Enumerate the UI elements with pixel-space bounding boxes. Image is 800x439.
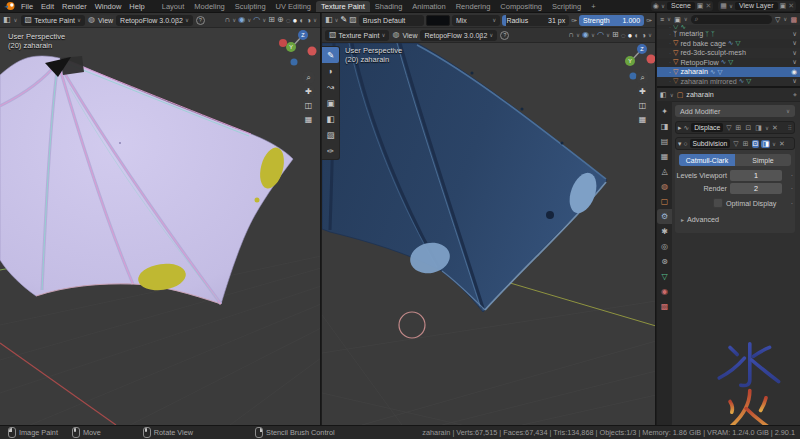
new-collection-icon[interactable]: ▣ (674, 16, 681, 23)
tab-scene[interactable]: ◬ (657, 164, 672, 179)
workspace-tab-sculpting[interactable]: Sculpting (230, 1, 271, 12)
eye-open-icon[interactable]: ◉ (791, 68, 797, 76)
brush-icon[interactable]: ✎ (341, 16, 348, 24)
retopoflow-help-icon[interactable]: ? (196, 16, 205, 25)
close-icon[interactable]: ✕ (771, 124, 779, 132)
pan-hand-icon[interactable]: ✚ (302, 85, 315, 98)
axis-x-ball[interactable] (279, 39, 287, 47)
tool-draw[interactable]: ✎ (322, 47, 339, 63)
tab-world[interactable]: ◍ (657, 179, 672, 194)
modifier-displace-header[interactable]: ▸ ∿ Displace ▽ ⊞ ⊡ ◨ ∨ ✕ ⠿ (675, 121, 795, 134)
shading-rendered-icon[interactable]: ◑ (641, 31, 646, 40)
shading-material-icon[interactable]: ◐ (299, 16, 304, 25)
add-workspace-button[interactable]: + (586, 1, 600, 12)
tab-particles[interactable]: ✱ (657, 224, 672, 239)
editor-type-icon[interactable]: ◧ (3, 16, 11, 24)
left-viewport-scene[interactable] (0, 28, 321, 425)
shading-solid-icon[interactable]: ● (292, 16, 297, 25)
proportional-edit-icon[interactable]: ◉ (582, 31, 589, 39)
paint-slot-sphere-icon[interactable]: ◍ (392, 31, 399, 39)
perspective-toggle-icon[interactable]: ▦ (636, 113, 649, 126)
axis-z-neg-ball[interactable] (291, 59, 298, 66)
view-menu[interactable]: View (98, 17, 113, 24)
workspace-tab-compositing[interactable]: Compositing (495, 1, 547, 12)
realtime-toggle-icon[interactable]: ⊞ (742, 140, 750, 148)
editor-type-icon[interactable]: ◧ (325, 16, 333, 24)
unlink-scene-icon[interactable]: ✕ (705, 2, 711, 10)
snap-magnet-icon[interactable]: ∩ (224, 16, 230, 24)
tab-tool[interactable]: ✦ (657, 104, 672, 119)
simple-button[interactable]: Simple (735, 154, 791, 166)
animate-dot-icon[interactable]: · (791, 185, 793, 192)
retopoflow-menu[interactable]: RetopoFlow 3.0.0β2∨ (420, 30, 497, 41)
workspace-tab-layout[interactable]: Layout (157, 1, 190, 12)
workspace-tab-uv-editing[interactable]: UV Editing (271, 1, 316, 12)
falloff-icon[interactable]: ◠ (597, 31, 604, 39)
filter-settings-icon[interactable]: ▩ (790, 16, 797, 23)
animate-dot-icon[interactable]: · (791, 200, 793, 207)
tool-mask[interactable]: ▨ (322, 127, 339, 143)
eye-closed-icon[interactable]: ∨ (792, 58, 797, 66)
retopoflow-menu[interactable]: RetopoFlow 3.0.0β2∨ (116, 15, 193, 26)
shading-material-icon[interactable]: ◐ (634, 31, 639, 40)
advanced-section-toggle[interactable]: ▸ Advanced (681, 215, 719, 224)
outliner-row-zaharain-mirrored[interactable]: ·▽ zaharain mirrored ∿ ▽ ∨ (657, 77, 800, 87)
pan-hand-icon[interactable]: ✚ (636, 85, 649, 98)
radius-slider[interactable]: Radius31 px (502, 15, 569, 26)
tab-render[interactable]: ◨ (657, 119, 672, 134)
render-toggle-icon[interactable]: ◨ (754, 124, 763, 132)
collapse-icon[interactable]: ▾ (678, 140, 681, 148)
strength-slider[interactable]: Strength1.000 (579, 15, 644, 26)
optimal-display-checkbox[interactable] (713, 198, 723, 208)
axis-x-ball[interactable] (647, 55, 656, 64)
menu-file[interactable]: File (17, 2, 37, 11)
workspace-tab-shading[interactable]: Shading (370, 1, 408, 12)
view-layer-selector[interactable]: ▦∨ View Layer ▣✕ (718, 1, 796, 11)
camera-view-icon[interactable]: ◫ (636, 99, 649, 112)
shading-solid-icon[interactable]: ● (627, 31, 632, 40)
expand-icon[interactable]: ▸ (678, 124, 681, 132)
menu-edit[interactable]: Edit (37, 2, 58, 11)
gizmo-toggle-icon[interactable]: ⊞ (612, 31, 619, 39)
proportional-edit-icon[interactable]: ◉ (238, 16, 245, 24)
view-menu[interactable]: View (402, 32, 417, 39)
filter-funnel-icon[interactable]: ▽ (775, 16, 780, 23)
axis-x-neg-ball[interactable] (308, 47, 317, 56)
brush-color-swatch[interactable] (426, 15, 450, 26)
workspace-tab-texture-paint[interactable]: Texture Paint (316, 1, 370, 12)
outliner-row-red-3dc-sculpt-mesh[interactable]: ·▽ red-3dc-sculpt-mesh ∨ (657, 48, 800, 58)
view-layer-name[interactable]: View Layer (735, 2, 778, 10)
falloff-icon[interactable]: ◠ (253, 16, 260, 24)
eye-closed-icon[interactable]: ∨ (792, 39, 797, 47)
mode-selector[interactable]: ▧Texture Paint∨ (325, 30, 389, 41)
tool-annotate[interactable]: ✑ (322, 143, 339, 159)
new-view-layer-icon[interactable]: ▣ (780, 2, 787, 10)
pin-icon[interactable]: ⌖ (793, 91, 797, 99)
blend-mode-dropdown[interactable]: Mix∨ (452, 15, 500, 26)
tool-soften[interactable]: ◗ (322, 63, 339, 79)
modifier-name-field[interactable]: Displace (691, 123, 723, 132)
modifier-name-field[interactable]: Subdivision (690, 139, 731, 148)
eye-closed-icon[interactable]: ∨ (792, 30, 797, 38)
remove-view-layer-icon[interactable]: ✕ (788, 2, 794, 10)
modifier-subdivision-header[interactable]: ▾ ○ Subdivision ▽ ⊞ ⊡ ◨ ∨ ✕ (675, 137, 795, 150)
brush-name-field[interactable]: Brush Default (359, 15, 424, 26)
outliner-search-input[interactable]: ⌕ (691, 15, 772, 24)
levels-viewport-value[interactable]: 1 (730, 170, 782, 181)
catmull-clark-button[interactable]: Catmull-Clark (679, 154, 735, 166)
extras-menu-icon[interactable]: ∨ (772, 141, 776, 147)
outliner-row-red-bake-cage[interactable]: ·▽ red bake cage ∿ ▽ ∨ (657, 39, 800, 49)
tab-constraints[interactable]: ⊛ (657, 254, 672, 269)
shading-wireframe-icon[interactable]: ◌ (621, 31, 626, 40)
eye-closed-icon[interactable]: ∨ (792, 77, 797, 85)
perspective-toggle-icon[interactable]: ▦ (302, 113, 315, 126)
strength-pressure-icon[interactable]: ✑ (646, 17, 652, 24)
menu-window[interactable]: Window (91, 2, 126, 11)
viewport-right[interactable]: ◧∨ ✎ ▨ Brush Default Mix∨ Radius31 px ✑ … (322, 13, 656, 425)
scene-name[interactable]: Scene (667, 2, 695, 10)
shading-rendered-icon[interactable]: ◑ (306, 16, 311, 25)
outliner-row-retopoflow[interactable]: ·▽ RetopoFlow ∿ ▽ ∨ (657, 58, 800, 68)
tab-output[interactable]: ▤ (657, 134, 672, 149)
tool-fill[interactable]: ◧ (322, 111, 339, 127)
tab-physics[interactable]: ◎ (657, 239, 672, 254)
